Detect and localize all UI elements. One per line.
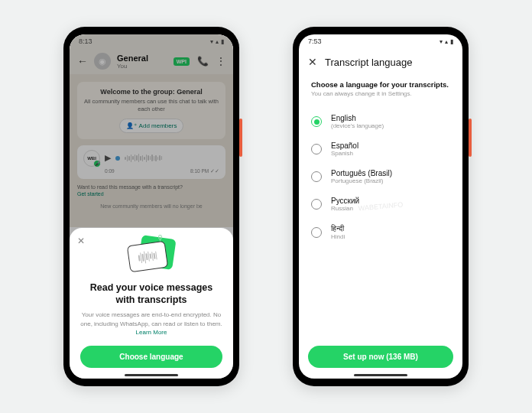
choose-language-button[interactable]: Choose language <box>80 346 222 368</box>
language-option-russian[interactable]: Русский Russian <box>311 190 450 218</box>
language-option-hindi[interactable]: हिन्दी Hindi <box>311 218 450 246</box>
screen-left: 8:13 ▾ ▴ ▮ ← ◉ General You WPI 📞 ⋮ W <box>70 34 233 379</box>
close-icon[interactable]: ✕ <box>77 236 85 246</box>
content-heading: Choose a language for your transcripts. <box>311 80 450 89</box>
status-bar: 7:53 ▾ ▴ ▮ <box>299 34 462 48</box>
radio[interactable] <box>311 144 322 154</box>
language-option-english[interactable]: English (device's language) <box>311 108 450 135</box>
language-sub: Spanish <box>331 150 358 157</box>
language-option-spanish[interactable]: Español Spanish <box>311 135 450 163</box>
sheet-description: Your voice messages are end-to-end encry… <box>80 311 222 337</box>
home-indicator[interactable] <box>354 374 407 376</box>
language-content: Choose a language for your transcripts. … <box>299 76 462 251</box>
battery-icon: ▮ <box>450 38 453 45</box>
sheet-header: ✕ Transcript language <box>299 48 462 76</box>
phone-left: 8:13 ▾ ▴ ▮ ← ◉ General You WPI 📞 ⋮ W <box>63 27 239 386</box>
language-name: Русский <box>331 197 359 205</box>
language-name: हिन्दी <box>331 224 345 233</box>
status-icons: ▾ ▴ ▮ <box>440 38 453 45</box>
content-subheading: You can always change it in Settings. <box>311 90 450 97</box>
language-name: Português (Brasil) <box>331 169 392 177</box>
language-sub: Hindi <box>331 233 345 240</box>
transcript-illustration: 🎙 <box>125 237 178 275</box>
radio-selected[interactable] <box>311 116 322 127</box>
language-sub: Russian <box>331 205 359 212</box>
home-indicator[interactable] <box>125 374 178 376</box>
language-name: English <box>331 114 384 122</box>
language-sub: (device's language) <box>331 122 384 129</box>
wifi-icon: ▾ <box>440 38 443 45</box>
bottom-button-wrap: Set up now (136 MB) <box>308 346 453 368</box>
phone-right: 7:53 ▾ ▴ ▮ ✕ Transcript language Choose … <box>293 27 469 386</box>
language-name: Español <box>331 141 358 150</box>
setup-now-button[interactable]: Set up now (136 MB) <box>308 346 453 368</box>
page-title: Transcript language <box>325 57 412 68</box>
mic-illustration-icon: 🎙 <box>157 234 164 242</box>
status-time: 7:53 <box>308 37 322 45</box>
bottom-sheet: ✕ 🎙 Read your voice messages with transc… <box>70 228 233 379</box>
signal-icon: ▴ <box>445 38 448 45</box>
language-sub: Portuguese (Brazil) <box>331 177 392 184</box>
radio[interactable] <box>311 227 322 238</box>
learn-more-link[interactable]: Learn More <box>136 329 167 336</box>
language-option-portuguese[interactable]: Português (Brasil) Portuguese (Brazil) <box>311 163 450 190</box>
radio[interactable] <box>311 199 322 210</box>
radio[interactable] <box>311 171 322 182</box>
sheet-title: Read your voice messages with transcript… <box>80 281 222 307</box>
screen-right: 7:53 ▾ ▴ ▮ ✕ Transcript language Choose … <box>299 34 462 379</box>
close-icon[interactable]: ✕ <box>308 56 317 68</box>
